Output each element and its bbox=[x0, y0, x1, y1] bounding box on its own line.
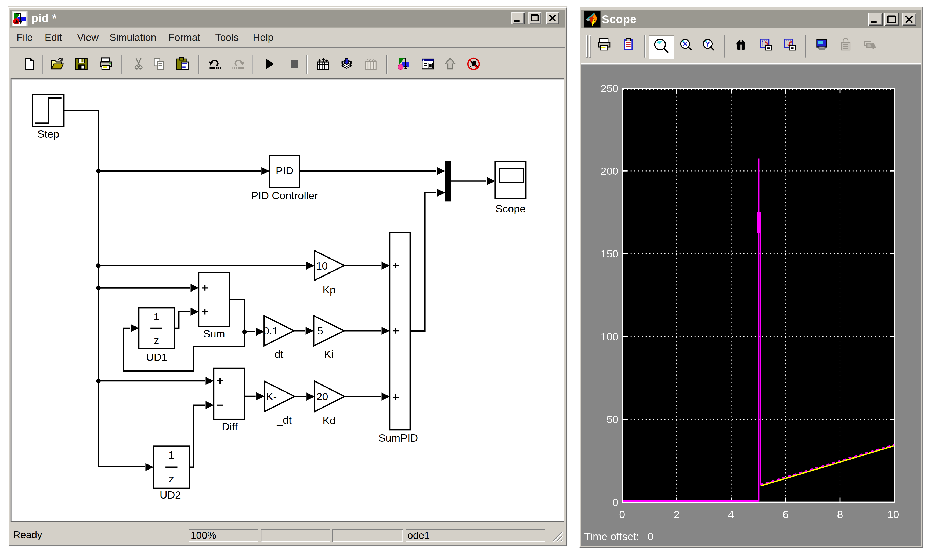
svg-text:1: 1 bbox=[154, 311, 160, 322]
svg-text:UD1: UD1 bbox=[146, 351, 167, 363]
svg-text:250: 250 bbox=[601, 82, 618, 94]
svg-text:1: 1 bbox=[168, 449, 174, 461]
svg-text:5: 5 bbox=[317, 325, 323, 337]
svg-text:z: z bbox=[154, 334, 159, 346]
svg-text:0.1: 0.1 bbox=[263, 325, 278, 337]
svg-text:Kd: Kd bbox=[322, 414, 336, 426]
svg-text:Step: Step bbox=[37, 128, 59, 140]
svg-text:8: 8 bbox=[837, 508, 843, 520]
svg-text:dt: dt bbox=[274, 348, 284, 360]
svg-text:Scope: Scope bbox=[496, 203, 526, 214]
svg-text:20: 20 bbox=[316, 391, 328, 402]
svg-text:Kp: Kp bbox=[322, 284, 336, 295]
svg-text:200: 200 bbox=[601, 165, 618, 177]
svg-text:z: z bbox=[169, 473, 174, 485]
svg-text:PID: PID bbox=[276, 165, 293, 176]
svg-text:2: 2 bbox=[674, 508, 680, 520]
svg-text:6: 6 bbox=[783, 508, 789, 520]
svg-text:10: 10 bbox=[887, 508, 899, 520]
svg-text:Diff: Diff bbox=[222, 421, 238, 432]
svg-text:0: 0 bbox=[619, 508, 625, 520]
svg-text:_dt: _dt bbox=[277, 414, 292, 426]
svg-text:PID Controller: PID Controller bbox=[251, 189, 318, 202]
svg-text:0: 0 bbox=[648, 531, 654, 542]
svg-text:SumPID: SumPID bbox=[378, 432, 418, 444]
svg-text:Ki: Ki bbox=[324, 348, 333, 360]
svg-text:50: 50 bbox=[606, 414, 618, 425]
svg-text:Time offset:: Time offset: bbox=[584, 531, 639, 542]
svg-text:10: 10 bbox=[316, 260, 328, 272]
svg-text:0: 0 bbox=[612, 496, 618, 508]
svg-text:100: 100 bbox=[601, 331, 618, 343]
svg-text:Sum: Sum bbox=[203, 328, 225, 340]
svg-text:UD2: UD2 bbox=[160, 489, 181, 501]
svg-text:150: 150 bbox=[601, 248, 618, 260]
svg-text:K-: K- bbox=[266, 391, 277, 402]
svg-text:4: 4 bbox=[728, 508, 734, 520]
